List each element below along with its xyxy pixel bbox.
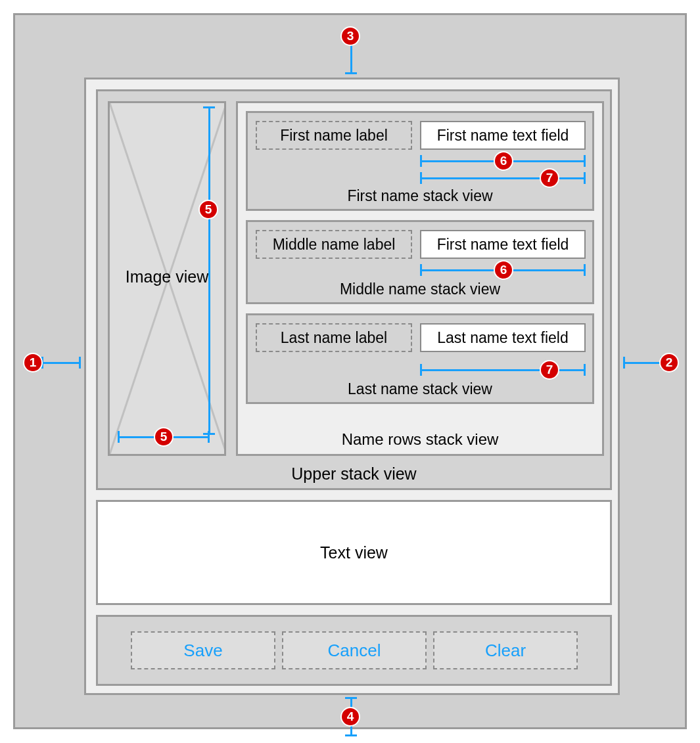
middle-name-label: Middle name label <box>256 230 412 259</box>
marker-6b: 6 <box>494 260 513 280</box>
first-name-label: First name label <box>256 121 412 150</box>
marker-2: 2 <box>659 353 679 372</box>
superview: 3 1 2 4 Image view 5 5 <box>13 13 687 729</box>
last-name-stack-view: Last name label Last name text field 7 L… <box>246 313 594 404</box>
last-name-text-field[interactable]: Last name text field <box>420 323 586 352</box>
marker-5a: 5 <box>198 200 218 219</box>
button-stack-view: Save Cancel Clear <box>96 615 612 686</box>
marker-3: 3 <box>340 26 360 46</box>
constraint-bar-7b <box>420 369 586 371</box>
marker-4: 4 <box>340 707 360 727</box>
save-button[interactable]: Save <box>131 631 275 669</box>
constraint-bar-2 <box>623 362 663 364</box>
constraint-bar-5v <box>208 106 210 435</box>
upper-stack-caption: Upper stack view <box>98 464 610 484</box>
cancel-button[interactable]: Cancel <box>282 631 427 669</box>
first-name-caption: First name stack view <box>248 187 592 205</box>
middle-name-caption: Middle name stack view <box>248 281 592 298</box>
last-name-label: Last name label <box>256 323 412 352</box>
root-stack-view: Image view 5 5 First name label First na… <box>84 78 620 695</box>
middle-name-stack-view: Middle name label First name text field … <box>246 220 594 304</box>
image-view-label: Image view <box>110 267 224 286</box>
marker-7b: 7 <box>540 360 559 380</box>
constraint-bar-7a <box>420 177 586 179</box>
middle-name-text-field[interactable]: First name text field <box>420 230 586 259</box>
name-rows-caption: Name rows stack view <box>238 430 602 449</box>
clear-button[interactable]: Clear <box>433 631 578 669</box>
marker-5b: 5 <box>154 427 174 447</box>
first-name-text-field[interactable]: First name text field <box>420 121 586 150</box>
last-name-caption: Last name stack view <box>248 380 592 398</box>
marker-6a: 6 <box>494 151 513 171</box>
upper-stack-view: Image view 5 5 First name label First na… <box>96 89 612 490</box>
marker-1: 1 <box>23 353 43 372</box>
first-name-stack-view: First name label First name text field 6… <box>246 111 594 211</box>
diagram-canvas: 3 1 2 4 Image view 5 5 <box>0 0 700 743</box>
constraint-bar-1 <box>41 362 81 364</box>
name-rows-stack-view: First name label First name text field 6… <box>236 101 604 456</box>
marker-7a: 7 <box>540 168 559 188</box>
text-view[interactable]: Text view <box>96 500 612 605</box>
